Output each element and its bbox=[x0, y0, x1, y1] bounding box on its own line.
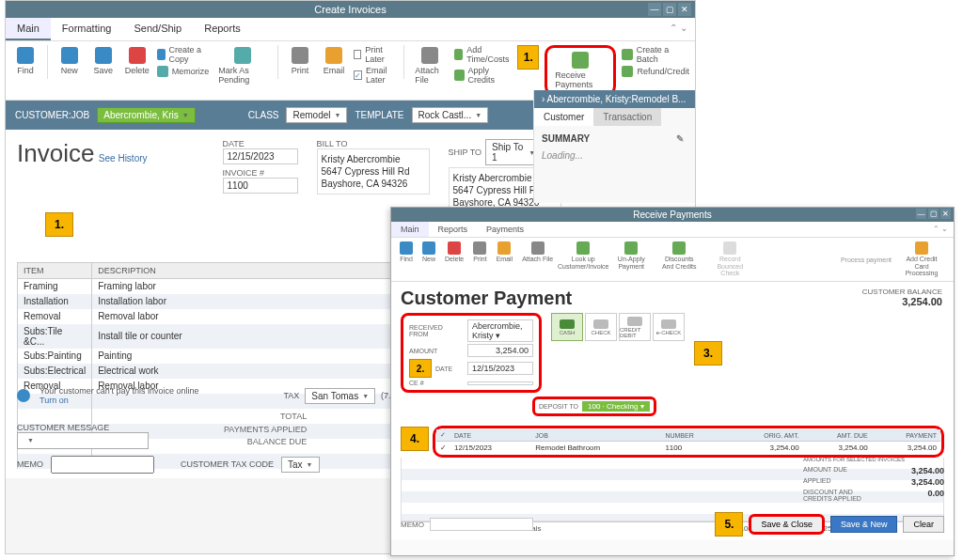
memorize-button[interactable]: Memorize bbox=[157, 66, 210, 77]
ref-label: CE # bbox=[409, 380, 464, 386]
lookup-button[interactable]: Look up Customer/Invoice bbox=[560, 241, 607, 271]
pay-maximize-icon[interactable]: ▢ bbox=[928, 209, 939, 219]
invoice-ribbon-tabs: Main Formatting Send/Ship Reports ⌃ ⌄ bbox=[6, 18, 695, 41]
email-button[interactable]: Email bbox=[320, 45, 348, 77]
apply-credits-button[interactable]: Apply Credits bbox=[454, 66, 512, 85]
find-button[interactable]: Find bbox=[11, 45, 39, 77]
received-from-dropdown[interactable]: Abercrombie, Kristy ▾ bbox=[467, 319, 533, 342]
cust-tax-dropdown[interactable]: Tax▼ bbox=[281, 457, 320, 473]
tab-main[interactable]: Main bbox=[6, 18, 51, 40]
copy-memorize-col: Create a Copy Memorize bbox=[157, 45, 210, 77]
pay-ribbon-collapse-icon[interactable]: ⌃ ⌄ bbox=[927, 222, 954, 237]
bounced-check-button[interactable]: Record Bounced Check bbox=[706, 241, 753, 278]
pcol-due[interactable]: AMT. DUE bbox=[803, 429, 872, 442]
amount-label: AMOUNT bbox=[409, 348, 464, 354]
pay-save-new-button[interactable]: Save & New bbox=[830, 516, 898, 533]
template-dropdown[interactable]: Rock Castl...▼ bbox=[412, 107, 489, 123]
invoice-number-field[interactable]: 1100 bbox=[223, 178, 298, 194]
date-field[interactable]: 12/15/2023 bbox=[223, 148, 298, 164]
amount-field[interactable]: 3,254.00 bbox=[467, 344, 533, 357]
pay-tab-main[interactable]: Main bbox=[391, 222, 429, 237]
pay-memo-input[interactable] bbox=[430, 518, 533, 531]
pcol-job[interactable]: JOB bbox=[531, 429, 661, 442]
method-check[interactable]: CHECK bbox=[585, 313, 617, 341]
deposit-to-label: DEPOSIT TO bbox=[539, 403, 578, 410]
online-pay-msg: Your customer can't pay this invoice onl… bbox=[39, 386, 198, 396]
mark-pending-button[interactable]: Mark As Pending bbox=[214, 45, 270, 86]
deposit-to-highlight: DEPOSIT TO 100 · Checking ▾ bbox=[532, 397, 656, 416]
payment-row[interactable]: ✓ 12/15/2023 Remodel Bathroom 1100 3,254… bbox=[436, 442, 940, 455]
invoice-titlebar: Create Invoices — ▢ ✕ bbox=[6, 1, 695, 18]
cust-msg-dropdown[interactable]: ▼ bbox=[17, 432, 149, 449]
save-button[interactable]: Save bbox=[89, 45, 118, 77]
pay-email-button[interactable]: Email bbox=[494, 241, 516, 264]
received-from-label: RECEIVED FROM bbox=[409, 324, 464, 337]
batch-refund-col: Create a Batch Refund/Credit bbox=[622, 45, 689, 77]
pcol-date[interactable]: DATE bbox=[450, 429, 531, 442]
pcol-number[interactable]: NUMBER bbox=[661, 429, 726, 442]
pay-tab-payments[interactable]: Payments bbox=[477, 222, 533, 237]
delete-button[interactable]: Delete bbox=[123, 45, 151, 77]
pay-date-field[interactable]: 12/15/2023 bbox=[467, 362, 533, 375]
pcol-payment[interactable]: PAYMENT bbox=[872, 429, 940, 442]
tab-formatting[interactable]: Formatting bbox=[51, 18, 123, 40]
unapply-button[interactable]: Un-Apply Payment bbox=[610, 241, 652, 271]
col-item[interactable]: ITEM bbox=[18, 263, 92, 279]
tab-reports[interactable]: Reports bbox=[193, 18, 252, 40]
ref-field[interactable] bbox=[467, 381, 533, 385]
memo-input[interactable] bbox=[51, 456, 154, 474]
template-label: TEMPLATE bbox=[355, 110, 403, 120]
pay-save-close-button[interactable]: Save & Close bbox=[749, 514, 825, 535]
method-credit[interactable]: CREDIT DEBIT bbox=[619, 313, 651, 341]
add-cc-button[interactable]: Add Credit Card Processing bbox=[895, 241, 948, 278]
billto-address[interactable]: Kristy Abercrombie 5647 Cypress Hill Rd … bbox=[317, 148, 430, 194]
pay-new-button[interactable]: New bbox=[419, 241, 438, 264]
pay-minimize-icon[interactable]: — bbox=[916, 209, 926, 219]
add-time-button[interactable]: Add Time/Costs bbox=[454, 45, 512, 64]
maximize-icon[interactable]: ▢ bbox=[663, 3, 676, 16]
receive-payments-button[interactable]: Receive Payments bbox=[551, 50, 609, 91]
minimize-icon[interactable]: — bbox=[648, 3, 661, 16]
side-tab-customer[interactable]: Customer bbox=[534, 108, 593, 126]
pay-close-icon[interactable]: ✕ bbox=[940, 209, 951, 219]
class-dropdown[interactable]: Remodel▼ bbox=[286, 107, 347, 123]
payment-form-row: RECEIVED FROMAbercrombie, Kristy ▾ AMOUN… bbox=[401, 313, 944, 393]
pay-tab-reports[interactable]: Reports bbox=[429, 222, 478, 237]
see-history-link[interactable]: See History bbox=[99, 153, 148, 163]
new-button[interactable]: New bbox=[55, 45, 84, 77]
close-icon[interactable]: ✕ bbox=[678, 3, 691, 16]
edit-icon[interactable]: ✎ bbox=[676, 133, 687, 145]
payment-body: Customer Payment CUSTOMER BALANCE 3,254.… bbox=[391, 282, 954, 540]
refund-credit-button[interactable]: Refund/Credit bbox=[622, 66, 689, 77]
pcol-orig[interactable]: ORIG. AMT. bbox=[726, 429, 802, 442]
pay-find-button[interactable]: Find bbox=[397, 241, 416, 264]
deposit-to-dropdown[interactable]: 100 · Checking ▾ bbox=[582, 401, 650, 412]
payment-table-highlight: ✓ DATE JOB NUMBER ORIG. AMT. AMT. DUE PA… bbox=[433, 426, 944, 458]
pay-attach-button[interactable]: Attach File bbox=[519, 241, 556, 264]
print-button[interactable]: Print bbox=[286, 45, 314, 77]
receive-payments-window: Receive Payments — ▢ ✕ Main Reports Paym… bbox=[390, 207, 955, 556]
create-batch-button[interactable]: Create a Batch bbox=[622, 45, 689, 64]
attach-file-button[interactable]: Attach File bbox=[411, 45, 449, 86]
print-later-check[interactable]: Print Later bbox=[354, 45, 396, 64]
side-tab-transaction[interactable]: Transaction bbox=[593, 108, 661, 126]
callout-1-toolbar: 1. bbox=[517, 45, 539, 70]
customer-job-dropdown[interactable]: Abercrombie, Kris▼ bbox=[97, 107, 195, 123]
tab-sendship[interactable]: Send/Ship bbox=[122, 18, 193, 40]
pay-clear-button[interactable]: Clear bbox=[903, 516, 944, 533]
pay-delete-button[interactable]: Delete bbox=[442, 241, 466, 264]
pcol-check[interactable]: ✓ bbox=[436, 429, 450, 442]
payment-fields-highlight: RECEIVED FROMAbercrombie, Kristy ▾ AMOUN… bbox=[401, 313, 542, 393]
info-icon bbox=[17, 389, 30, 402]
discounts-button[interactable]: Discounts And Credits bbox=[655, 241, 703, 271]
ribbon-collapse-icon[interactable]: ⌃ ⌄ bbox=[662, 18, 695, 40]
tax-dropdown[interactable]: San Tomas▼ bbox=[305, 388, 375, 404]
method-cash[interactable]: CASH bbox=[551, 313, 583, 341]
callout-4: 4. bbox=[401, 427, 429, 451]
turn-on-link[interactable]: Turn on bbox=[39, 396, 198, 405]
email-later-check[interactable]: ✓Email Later bbox=[354, 66, 396, 85]
method-echeck[interactable]: e-CHECK bbox=[653, 313, 685, 341]
pay-print-button[interactable]: Print bbox=[470, 241, 489, 264]
payment-invoice-table[interactable]: ✓ DATE JOB NUMBER ORIG. AMT. AMT. DUE PA… bbox=[436, 429, 940, 454]
create-copy-button[interactable]: Create a Copy bbox=[157, 45, 210, 64]
